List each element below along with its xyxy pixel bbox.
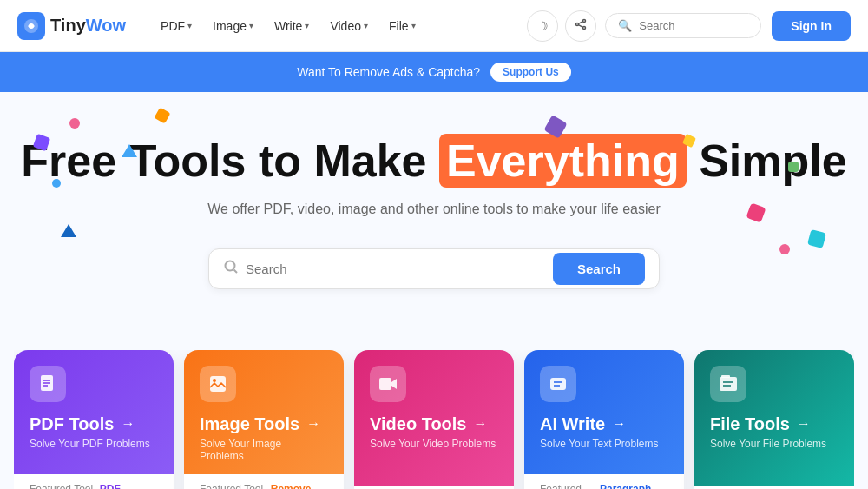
svg-line-6 bbox=[579, 25, 583, 28]
featured-link-pdf[interactable]: PDF Creator bbox=[100, 483, 158, 489]
featured-link-ai-write[interactable]: Paragraph Writer bbox=[600, 483, 668, 489]
deco-shape bbox=[52, 179, 61, 188]
card-footer-image: Featured Tool : Remove BG bbox=[184, 474, 344, 489]
hero-subtitle: We offer PDF, video, image and other onl… bbox=[17, 202, 851, 217]
deco-shape bbox=[61, 224, 76, 237]
hero-search-button[interactable]: Search bbox=[553, 253, 645, 285]
svg-point-7 bbox=[226, 261, 235, 271]
nav-item-video[interactable]: Video ▾ bbox=[321, 14, 377, 38]
chevron-down-icon: ▾ bbox=[249, 21, 253, 30]
card-ai-write[interactable]: 10+ tools AI Write → Solve Your Text Pro… bbox=[524, 350, 684, 474]
nav-search-bar: 🔍 bbox=[605, 13, 761, 38]
deco-shape bbox=[788, 162, 799, 172]
card-desc-file: Solve Your File Problems bbox=[710, 438, 838, 450]
nav-item-image[interactable]: Image ▾ bbox=[204, 14, 262, 38]
pdf-icon bbox=[30, 366, 66, 402]
tool-cards-section: 45+ tools PDF Tools → Solve Your PDF Pro… bbox=[0, 324, 868, 489]
nav-links: PDF ▾ Image ▾ Write ▾ Video ▾ File ▾ bbox=[152, 14, 527, 38]
card-desc-image: Solve Your Image Problems bbox=[200, 438, 328, 462]
svg-marker-16 bbox=[391, 379, 397, 389]
support-us-button[interactable]: Support Us bbox=[490, 63, 571, 82]
card-title-video: Video Tools → bbox=[370, 414, 498, 434]
deco-shape bbox=[122, 144, 137, 157]
card-title-pdf: PDF Tools → bbox=[30, 414, 158, 434]
card-desc-ai-write: Solve Your Text Problems bbox=[540, 438, 668, 450]
featured-link-image[interactable]: Remove BG bbox=[271, 483, 328, 489]
cards-row: 45+ tools PDF Tools → Solve Your PDF Pro… bbox=[14, 350, 854, 489]
deco-shape bbox=[807, 229, 826, 248]
svg-rect-17 bbox=[550, 378, 566, 390]
image-icon bbox=[200, 366, 236, 402]
svg-line-5 bbox=[579, 22, 583, 24]
card-wrapper-pdf: 45+ tools PDF Tools → Solve Your PDF Pro… bbox=[14, 350, 174, 489]
logo[interactable]: TinyWow bbox=[17, 12, 126, 40]
arrow-icon: → bbox=[797, 416, 811, 432]
svg-point-4 bbox=[576, 23, 579, 26]
chevron-down-icon: ▾ bbox=[305, 21, 309, 30]
search-icon bbox=[223, 259, 239, 278]
nav-item-write[interactable]: Write ▾ bbox=[266, 14, 318, 38]
deco-shape bbox=[154, 107, 170, 123]
hero-search-bar: Search bbox=[208, 248, 660, 289]
nav-item-file[interactable]: File ▾ bbox=[380, 14, 424, 38]
svg-rect-15 bbox=[379, 378, 391, 390]
search-icon: 🔍 bbox=[618, 19, 632, 32]
arrow-icon: → bbox=[612, 416, 626, 432]
hero-highlight: Everything bbox=[439, 134, 687, 188]
card-wrapper-ai-write: 10+ tools AI Write → Solve Your Text Pro… bbox=[524, 350, 684, 489]
deco-shape bbox=[69, 118, 80, 129]
navbar: TinyWow PDF ▾ Image ▾ Write ▾ Video ▾ Fi… bbox=[0, 0, 868, 52]
svg-rect-13 bbox=[210, 376, 226, 392]
card-title-ai-write: AI Write → bbox=[540, 414, 668, 434]
arrow-icon: → bbox=[121, 416, 135, 432]
share-button[interactable] bbox=[565, 10, 596, 42]
nav-icons: ☽ bbox=[527, 10, 596, 42]
deco-shape bbox=[779, 244, 790, 254]
dark-mode-button[interactable]: ☽ bbox=[527, 10, 558, 42]
chevron-down-icon: ▾ bbox=[187, 21, 192, 30]
card-title-file: File Tools → bbox=[710, 414, 838, 434]
banner-text: Want To Remove Ads & Captcha? bbox=[297, 65, 480, 79]
moon-icon: ☽ bbox=[537, 19, 549, 33]
card-title-image: Image Tools → bbox=[200, 414, 328, 434]
hero-title: Free Tools to Make Everything Simple bbox=[17, 135, 851, 188]
nav-search-input[interactable] bbox=[639, 19, 748, 32]
card-footer-ai-write: Featured Tool : Paragraph Writer bbox=[524, 474, 684, 489]
card-wrapper-video: 10+ tools Video Tools → Solve Your Video… bbox=[354, 350, 514, 489]
svg-point-14 bbox=[213, 379, 216, 382]
svg-point-1 bbox=[29, 23, 34, 29]
svg-point-3 bbox=[583, 27, 586, 30]
card-file[interactable]: 15+ tools File Tools → Solve Your File P… bbox=[694, 350, 854, 486]
hero-search-input[interactable] bbox=[246, 249, 546, 288]
card-video[interactable]: 10+ tools Video Tools → Solve Your Video… bbox=[354, 350, 514, 486]
card-desc-pdf: Solve Your PDF Problems bbox=[30, 438, 158, 450]
logo-icon bbox=[17, 12, 45, 40]
svg-rect-21 bbox=[720, 377, 737, 391]
card-pdf[interactable]: 45+ tools PDF Tools → Solve Your PDF Pro… bbox=[14, 350, 174, 474]
arrow-icon: → bbox=[306, 416, 320, 432]
arrow-icon: → bbox=[474, 416, 488, 432]
card-desc-video: Solve Your Video Problems bbox=[370, 438, 498, 450]
file-icon bbox=[710, 366, 746, 402]
card-wrapper-file: 15+ tools File Tools → Solve Your File P… bbox=[694, 350, 854, 489]
chevron-down-icon: ▾ bbox=[411, 21, 416, 30]
ai-write-icon bbox=[540, 366, 576, 402]
card-image[interactable]: 30+ tools Image Tools → Solve Your Image… bbox=[184, 350, 344, 474]
share-icon bbox=[575, 18, 587, 33]
chevron-down-icon: ▾ bbox=[364, 21, 368, 30]
signin-button[interactable]: Sign In bbox=[772, 11, 851, 41]
logo-text: TinyWow bbox=[50, 16, 126, 36]
card-footer-pdf: Featured Tool : PDF Creator bbox=[14, 474, 174, 489]
nav-item-pdf[interactable]: PDF ▾ bbox=[152, 14, 201, 38]
promo-banner: Want To Remove Ads & Captcha? Support Us bbox=[0, 52, 868, 92]
svg-point-2 bbox=[583, 20, 586, 23]
hero-section: Free Tools to Make Everything Simple We … bbox=[0, 92, 868, 324]
card-wrapper-image: 30+ tools Image Tools → Solve Your Image… bbox=[184, 350, 344, 489]
svg-line-8 bbox=[234, 270, 238, 274]
video-icon bbox=[370, 366, 406, 402]
